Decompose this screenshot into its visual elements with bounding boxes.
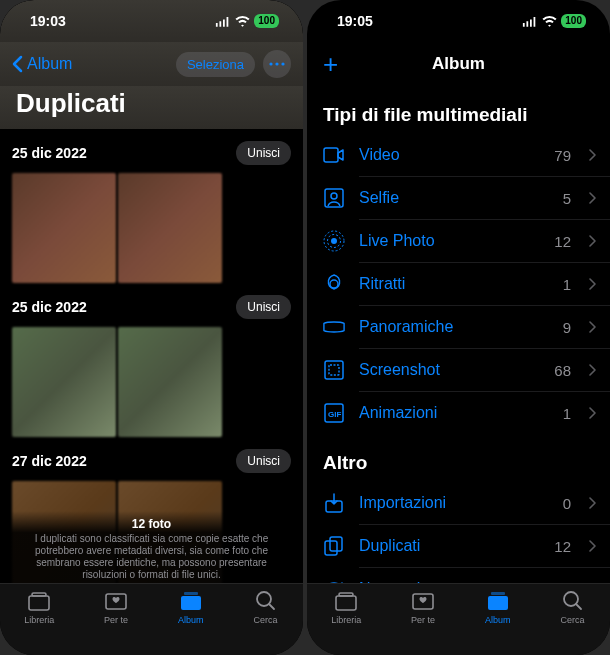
album-row-hidden[interactable]: Nascosti bbox=[307, 568, 610, 583]
tab-album[interactable]: Album bbox=[485, 590, 511, 655]
album-row-dup[interactable]: Duplicati12 bbox=[307, 525, 610, 567]
album-row-pano[interactable]: Panoramiche9 bbox=[307, 306, 610, 348]
merge-button[interactable]: Unisci bbox=[236, 449, 291, 473]
chevron-right-icon bbox=[589, 407, 596, 419]
svg-rect-4 bbox=[32, 593, 46, 596]
svg-rect-16 bbox=[325, 361, 343, 379]
thumbnail[interactable] bbox=[118, 327, 222, 437]
row-label: Video bbox=[359, 146, 540, 164]
chevron-right-icon bbox=[589, 540, 596, 552]
chevron-right-icon bbox=[589, 192, 596, 204]
album-row-import[interactable]: Importazioni0 bbox=[307, 482, 610, 524]
svg-rect-3 bbox=[29, 596, 49, 610]
back-button[interactable]: Album bbox=[12, 55, 72, 73]
duplicates-description: I duplicati sono classificati sia come c… bbox=[14, 533, 289, 581]
chevron-right-icon bbox=[589, 497, 596, 509]
chevron-right-icon bbox=[589, 364, 596, 376]
tab-library[interactable]: Libreria bbox=[24, 590, 54, 655]
nav-bar: Album Seleziona bbox=[0, 42, 303, 86]
row-label: Duplicati bbox=[359, 537, 540, 555]
dup-icon bbox=[323, 535, 345, 557]
tab-library[interactable]: Libreria bbox=[331, 590, 361, 655]
search-icon bbox=[253, 590, 279, 612]
tab-for-you[interactable]: Per te bbox=[103, 590, 129, 655]
thumbnail[interactable] bbox=[12, 173, 116, 283]
live-icon bbox=[323, 230, 345, 252]
merge-button[interactable]: Unisci bbox=[236, 141, 291, 165]
search-icon bbox=[560, 590, 586, 612]
merge-button[interactable]: Unisci bbox=[236, 295, 291, 319]
album-row-selfie[interactable]: Selfie5 bbox=[307, 177, 610, 219]
row-label: Live Photo bbox=[359, 232, 540, 250]
row-count: 1 bbox=[563, 276, 571, 293]
chevron-right-icon bbox=[589, 321, 596, 333]
row-count: 12 bbox=[554, 538, 571, 555]
wifi-icon bbox=[235, 16, 250, 27]
tab-search[interactable]: Cerca bbox=[253, 590, 279, 655]
album-row-screenshot[interactable]: Screenshot68 bbox=[307, 349, 610, 391]
battery-indicator: 100 bbox=[254, 14, 279, 28]
album-row-anim[interactable]: GIFAnimazioni1 bbox=[307, 392, 610, 434]
tab-for-you[interactable]: Per te bbox=[410, 590, 436, 655]
svg-rect-26 bbox=[336, 596, 356, 610]
row-label: Ritratti bbox=[359, 275, 549, 293]
row-label: Panoramiche bbox=[359, 318, 549, 336]
tab-search[interactable]: Cerca bbox=[560, 590, 586, 655]
svg-point-2 bbox=[281, 62, 284, 65]
svg-point-11 bbox=[331, 193, 337, 199]
svg-rect-10 bbox=[325, 189, 343, 207]
album-row-portrait[interactable]: Ritratti1 bbox=[307, 263, 610, 305]
nav-title: Album bbox=[307, 54, 610, 74]
chevron-right-icon bbox=[589, 235, 596, 247]
group-date: 25 dic 2022 bbox=[12, 145, 87, 161]
thumbnail[interactable] bbox=[118, 173, 222, 283]
row-label: Nascosti bbox=[359, 580, 547, 583]
import-icon bbox=[323, 492, 345, 514]
svg-rect-6 bbox=[184, 592, 198, 595]
row-count: 79 bbox=[554, 147, 571, 164]
chevron-right-icon bbox=[589, 278, 596, 290]
row-count: 9 bbox=[563, 319, 571, 336]
phone-duplicates-view: 19:03 100 Album Seleziona Duplicati bbox=[0, 0, 303, 655]
section-other-title: Altro bbox=[307, 434, 610, 482]
row-label: Animazioni bbox=[359, 404, 549, 422]
tab-bar: Libreria Per te Album Cerca bbox=[0, 583, 303, 655]
row-count: 0 bbox=[563, 495, 571, 512]
row-count: 5 bbox=[563, 190, 571, 207]
thumbnail[interactable] bbox=[12, 327, 116, 437]
duplicate-group[interactable]: 25 dic 2022 Unisci bbox=[0, 129, 303, 283]
for-you-icon bbox=[103, 590, 129, 612]
album-icon bbox=[485, 590, 511, 612]
svg-rect-17 bbox=[329, 365, 339, 375]
tab-bar: Libreria Per te Album Cerca bbox=[307, 583, 610, 655]
svg-rect-7 bbox=[181, 596, 201, 610]
signal-icon bbox=[522, 16, 538, 26]
library-icon bbox=[26, 590, 52, 612]
duplicate-group[interactable]: 25 dic 2022 Unisci bbox=[0, 283, 303, 437]
album-row-video[interactable]: Video79 bbox=[307, 134, 610, 176]
svg-point-1 bbox=[275, 62, 278, 65]
svg-rect-30 bbox=[488, 596, 508, 610]
more-button[interactable] bbox=[263, 50, 291, 78]
svg-rect-22 bbox=[330, 537, 342, 551]
for-you-icon bbox=[410, 590, 436, 612]
photo-count: 12 foto bbox=[14, 517, 289, 531]
chevron-left-icon bbox=[12, 55, 23, 73]
album-row-live[interactable]: Live Photo12 bbox=[307, 220, 610, 262]
row-label: Importazioni bbox=[359, 494, 549, 512]
svg-rect-27 bbox=[339, 593, 353, 596]
row-label: Selfie bbox=[359, 189, 549, 207]
status-bar: 19:03 100 bbox=[0, 0, 303, 42]
group-date: 27 dic 2022 bbox=[12, 453, 87, 469]
video-icon bbox=[323, 144, 345, 166]
svg-point-12 bbox=[331, 238, 337, 244]
tab-album[interactable]: Album bbox=[178, 590, 204, 655]
status-time: 19:03 bbox=[30, 13, 66, 29]
album-list-scroll[interactable]: Tipi di file multimediali Video79Selfie5… bbox=[307, 86, 610, 583]
svg-text:GIF: GIF bbox=[328, 410, 341, 419]
signal-icon bbox=[215, 16, 231, 26]
row-count: 68 bbox=[554, 362, 571, 379]
add-button[interactable]: + bbox=[319, 49, 342, 80]
select-button[interactable]: Seleziona bbox=[176, 52, 255, 77]
portrait-icon bbox=[323, 273, 345, 295]
